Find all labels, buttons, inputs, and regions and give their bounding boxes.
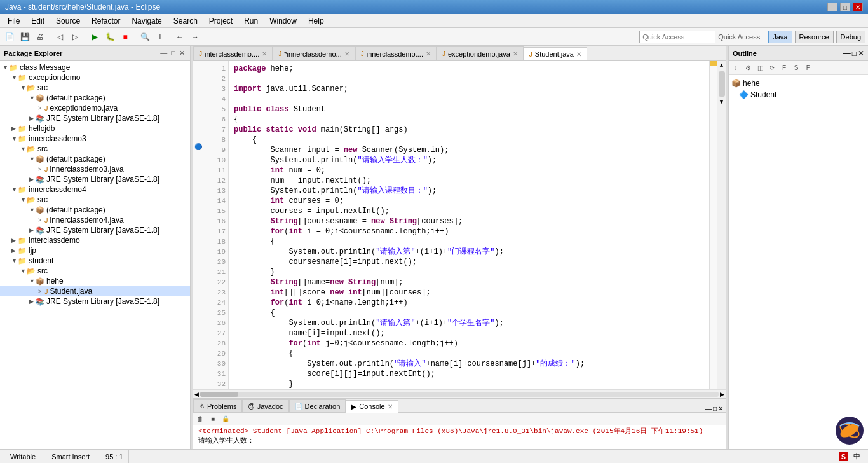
- outline-minimize-icon[interactable]: —: [843, 49, 851, 58]
- pe-item-student.java[interactable]: >JStudent.java: [0, 286, 190, 296]
- tab-close-icon[interactable]: ✕: [426, 50, 431, 57]
- pe-item-jre-system-library-[javase-1.8][interactable]: ▶📚JRE System Library [JavaSE-1.8]: [0, 296, 190, 307]
- pe-item-exceptiondemo.java[interactable]: >Jexceptiondemo.java: [0, 103, 190, 113]
- pe-item-src[interactable]: ▼📂src: [0, 266, 190, 276]
- pe-item-jre-system-library-[javase-1.8][interactable]: ▶📚JRE System Library [JavaSE-1.8]: [0, 174, 190, 184]
- pe-item-class-message[interactable]: ▼📁class Message: [0, 62, 190, 73]
- horizontal-scrollbar[interactable]: ◀ ▶: [193, 389, 726, 398]
- menu-refactor[interactable]: Refactor: [86, 15, 125, 27]
- editor-tab-1[interactable]: J*innerclassdemo...✕: [273, 46, 355, 60]
- menu-search[interactable]: Search: [168, 15, 203, 27]
- pe-item-innerclassdemo3[interactable]: ▼📁innerclassdemo3: [0, 134, 190, 144]
- status-cn-icon[interactable]: 中: [851, 451, 863, 462]
- perspective-java[interactable]: Java: [768, 31, 792, 43]
- pe-item-jre-system-library-[javase-1.8][interactable]: ▶📚JRE System Library [JavaSE-1.8]: [0, 113, 190, 123]
- pe-item-exceptiondemo[interactable]: ▼📁exceptiondemo: [0, 73, 190, 83]
- pe-item-src[interactable]: ▼📂src: [0, 195, 190, 205]
- close-button[interactable]: ✕: [853, 3, 863, 11]
- search-button[interactable]: 🔍: [138, 30, 152, 44]
- maximize-button[interactable]: □: [840, 3, 850, 11]
- debug-button[interactable]: 🐛: [103, 30, 117, 44]
- item-icon: J: [44, 216, 48, 224]
- perspective-debug[interactable]: Debug: [836, 31, 865, 43]
- pe-item-hellojdb[interactable]: ▶📁hellojdb: [0, 123, 190, 134]
- pe-item-(default-package)[interactable]: ▼📦(default package): [0, 205, 190, 215]
- menu-run[interactable]: Run: [239, 15, 263, 27]
- console-clear-button[interactable]: 🗑: [194, 413, 206, 425]
- pe-item-hehe[interactable]: ▼📦hehe: [0, 276, 190, 286]
- outline-collapse-btn[interactable]: ◫: [754, 62, 766, 74]
- print-button[interactable]: 🖨: [33, 30, 47, 44]
- outline-hide-nonpub-btn[interactable]: P: [803, 62, 814, 74]
- new-button[interactable]: 📄: [3, 30, 17, 44]
- pe-item-jre-system-library-[javase-1.8][interactable]: ▶📚JRE System Library [JavaSE-1.8]: [0, 225, 190, 235]
- pe-item-student[interactable]: ▼📁student: [0, 256, 190, 266]
- pe-item-innerclassdemo4[interactable]: ▼📁innerclassdemo4: [0, 184, 190, 195]
- quick-access-input[interactable]: [639, 31, 715, 43]
- editor-tab-2[interactable]: Jinnerclassdemo....✕: [355, 46, 437, 60]
- pe-item-src[interactable]: ▼📂src: [0, 144, 190, 154]
- open-type-button[interactable]: T: [153, 30, 167, 44]
- outline-maximize-icon[interactable]: □: [852, 49, 857, 58]
- pe-close-icon[interactable]: ✕: [178, 48, 186, 58]
- outline-filter-btn[interactable]: ⚙: [742, 62, 754, 74]
- pe-item-(default-package)[interactable]: ▼📦(default package): [0, 93, 190, 103]
- outline-sync-btn[interactable]: ⟳: [766, 62, 778, 74]
- pe-minimize-icon[interactable]: —: [159, 48, 168, 58]
- perspective-resource[interactable]: Resource: [795, 31, 834, 43]
- pe-item-(default-package)[interactable]: ▼📦(default package): [0, 154, 190, 164]
- code-content[interactable]: package hehe; import java.util.Scanner; …: [229, 61, 709, 389]
- bottom-tab-problems[interactable]: ⚠Problems: [193, 399, 242, 412]
- save-button[interactable]: 💾: [18, 30, 32, 44]
- bottom-tab-declaration[interactable]: 📄Declaration: [289, 399, 346, 412]
- pe-item-ljp[interactable]: ▶📁ljp: [0, 245, 190, 256]
- outline-hide-fields-btn[interactable]: F: [778, 62, 790, 74]
- console-scroll-lock-button[interactable]: 🔒: [220, 413, 231, 425]
- status-sogou-icon[interactable]: S: [839, 452, 848, 461]
- prev-edit-button[interactable]: ◁: [53, 30, 67, 44]
- hscroll-thumb[interactable]: [200, 392, 238, 397]
- tab-close-icon[interactable]: ✕: [576, 51, 581, 58]
- run-button[interactable]: ▶: [88, 30, 102, 44]
- tab-close-icon[interactable]: ✕: [513, 50, 518, 57]
- console-stop-button[interactable]: ■: [207, 413, 219, 425]
- bottom-tab-console[interactable]: ▶Console✕: [346, 400, 398, 413]
- pe-item-src[interactable]: ▼📂src: [0, 83, 190, 93]
- editor-tab-3[interactable]: Jexceptiondemo.java✕: [437, 46, 524, 60]
- bottom-tab-javadoc[interactable]: @Javadoc: [242, 399, 288, 412]
- bottom-minimize-icon[interactable]: —: [705, 405, 712, 412]
- tab-close-icon[interactable]: ✕: [344, 50, 349, 57]
- stop-button[interactable]: ■: [118, 30, 132, 44]
- pe-item-interclassdemo[interactable]: ▶📁interclassdemo: [0, 235, 190, 245]
- next-button[interactable]: →: [188, 30, 202, 44]
- tab-close-icon[interactable]: ✕: [262, 50, 267, 57]
- menu-project[interactable]: Project: [204, 15, 238, 27]
- pe-item-innerclassdemo4.java[interactable]: >Jinnerclassdemo4.java: [0, 215, 190, 225]
- bottom-tab-close[interactable]: ✕: [388, 403, 393, 410]
- bottom-close-icon[interactable]: ✕: [718, 405, 723, 412]
- pe-item-innerclassdemo3.java[interactable]: >Jinnerclassdemo3.java: [0, 164, 190, 174]
- scrollbar-thumb[interactable]: [719, 71, 725, 97]
- menu-edit[interactable]: Edit: [26, 15, 50, 27]
- editor-tab-0[interactable]: Jinterclassdemo....✕: [193, 46, 273, 60]
- title-bar-controls[interactable]: — □ ✕: [827, 3, 863, 11]
- outline-item-hehe[interactable]: 📦 hehe: [731, 78, 865, 89]
- menu-window[interactable]: Window: [264, 15, 302, 27]
- outline-item-student[interactable]: 🔷 Student: [731, 89, 865, 100]
- menu-file[interactable]: File: [3, 15, 25, 27]
- bottom-maximize-icon[interactable]: □: [713, 405, 717, 412]
- menu-help[interactable]: Help: [303, 15, 329, 27]
- outline-hide-static-btn[interactable]: S: [790, 62, 802, 74]
- prev-button[interactable]: ←: [173, 30, 187, 44]
- outline-sort-btn[interactable]: ↕: [730, 62, 742, 74]
- code-editor[interactable]: . . . . . . . . 🔵 1234567891011121314151…: [193, 61, 726, 389]
- vertical-scrollbar[interactable]: ▲ ▼: [717, 61, 726, 389]
- minimize-button[interactable]: —: [827, 3, 837, 11]
- menu-source[interactable]: Source: [51, 15, 85, 27]
- next-edit-button[interactable]: ▷: [68, 30, 82, 44]
- editor-tab-4[interactable]: JStudent.java✕: [524, 47, 587, 61]
- menu-navigate[interactable]: Navigate: [126, 15, 166, 27]
- outline-close-icon[interactable]: ✕: [858, 49, 864, 58]
- code-token: package: [234, 64, 266, 73]
- pe-maximize-icon[interactable]: □: [170, 48, 177, 58]
